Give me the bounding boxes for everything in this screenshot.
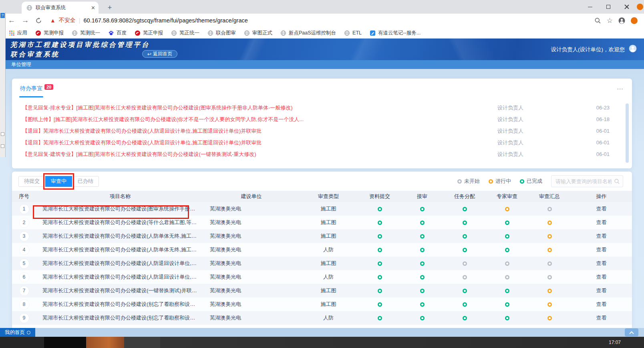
status-done-icon bbox=[463, 221, 467, 225]
back-icon[interactable]: ← bbox=[5, 16, 18, 25]
tab-审查中[interactable]: 审查中 bbox=[45, 176, 72, 187]
bookmark-item[interactable]: 新点PaaS运维控制台 bbox=[277, 28, 339, 38]
todo-item-person: 设计负责人 bbox=[497, 127, 590, 135]
project-name[interactable]: 芜湖市长江大桥投资建设有限公司办公楼建设(等什么君施工图,等什... bbox=[42, 219, 199, 226]
window-maximize-button[interactable] bbox=[599, 0, 618, 14]
project-name[interactable]: 芜湖市长江大桥投资建设有限公司办公楼建设(人防退回设计单位,施... bbox=[42, 260, 199, 267]
red-logo-icon bbox=[135, 30, 141, 36]
view-link[interactable]: 查看 bbox=[596, 287, 607, 293]
todo-item[interactable]: 【意见回复-排水专业】[施工图]芜湖市长江大桥投资建设有限公司办公楼建设(图审系… bbox=[22, 102, 610, 113]
bookmark-item[interactable]: 芜测统一 bbox=[68, 28, 103, 38]
view-link[interactable]: 查看 bbox=[596, 315, 607, 321]
project-name[interactable]: 芜湖市长江大桥投资建设有限公司办公楼建设(一键替换测试)并联审... bbox=[42, 287, 199, 294]
background-window-edge: ? bbox=[0, 12, 6, 157]
window-close-button[interactable] bbox=[618, 0, 636, 14]
security-label[interactable]: 不安全 bbox=[59, 17, 76, 24]
row-number-cell: 1 bbox=[12, 204, 36, 214]
bookmark-star-icon[interactable]: ☆ bbox=[607, 16, 613, 25]
todo-item[interactable]: 【意见回复-建筑专业】[施工图]芜湖市长江大桥投资建设有限公司办公楼建设(一键替… bbox=[22, 148, 610, 160]
bookmark-item[interactable]: 芜测申报 bbox=[32, 28, 67, 38]
search-icon[interactable] bbox=[614, 178, 620, 184]
forward-icon[interactable]: → bbox=[18, 16, 32, 25]
status-cell bbox=[401, 248, 443, 252]
view-link[interactable]: 查看 bbox=[596, 274, 607, 280]
status-cell bbox=[528, 275, 571, 279]
table-row: 2芜湖市长江大桥投资建设有限公司办公楼建设(等什么君施工图,等什...芜湖澳美光… bbox=[12, 216, 632, 229]
my-home-tab[interactable]: 我的首页 bbox=[0, 328, 35, 337]
view-link[interactable]: 查看 bbox=[596, 233, 607, 239]
todo-item-person: 设计负责人 bbox=[497, 104, 590, 111]
bookmark-item[interactable]: 审图正式 bbox=[241, 28, 276, 38]
todo-item-text[interactable]: 【退回】芜湖市长江大桥投资建设有限公司办公楼建设(人防退回设计单位,施工图退回设… bbox=[22, 139, 497, 146]
zoom-search-icon[interactable] bbox=[594, 17, 601, 24]
apps-grid-icon bbox=[9, 30, 15, 36]
project-name[interactable]: 芜湖市长江大桥投资建设有限公司办公楼建设(别忘了看勘察和设计... bbox=[42, 314, 199, 322]
view-link[interactable]: 查看 bbox=[596, 247, 607, 253]
system-title: 联合审查系统 bbox=[10, 50, 150, 59]
project-search bbox=[551, 175, 623, 187]
status-cell bbox=[443, 275, 486, 279]
todo-item-text[interactable]: 【意见回复-建筑专业】[施工图]芜湖市长江大桥投资建设有限公司办公楼建设(一键替… bbox=[22, 151, 497, 158]
status-pending-icon bbox=[463, 261, 467, 266]
status-done-icon bbox=[420, 234, 425, 239]
status-cell bbox=[443, 289, 486, 293]
todo-item[interactable]: 【退回】芜湖市长江大桥投资建设有限公司办公楼建设(人防退回设计单位,施工图退回设… bbox=[22, 137, 610, 148]
new-tab-button[interactable]: + bbox=[105, 3, 115, 13]
bookmark-item[interactable]: 应用 bbox=[6, 28, 30, 38]
project-search-input[interactable] bbox=[551, 176, 623, 187]
column-header: 接审 bbox=[401, 193, 443, 200]
todo-scrollbar[interactable] bbox=[626, 103, 629, 163]
url-text[interactable]: 60.167.58.69:8082/sgtscqy/frame/fui/page… bbox=[84, 17, 248, 24]
view-link[interactable]: 查看 bbox=[596, 260, 607, 266]
project-name[interactable]: 芜湖市长江大桥投资建设有限公司办公楼建设(别忘了看勘察和设计... bbox=[42, 301, 199, 308]
status-done-icon bbox=[420, 221, 425, 225]
user-avatar-icon[interactable] bbox=[629, 45, 637, 53]
browser-toolbar: ← → ▲ 不安全 | 60.167.58.69:8082/sgtscqy/fr… bbox=[0, 14, 644, 27]
app-brand: 芜湖市工程建设项目审批综合管理平台 联合审查系统 bbox=[10, 40, 150, 59]
view-link[interactable]: 查看 bbox=[596, 206, 607, 212]
red-logo-icon bbox=[35, 30, 41, 36]
todo-item[interactable]: 【图纸上传】[施工图]芜湖市长江大桥投资建设有限公司办公楼建设(你才不是一个没人… bbox=[22, 113, 610, 125]
todo-item[interactable]: 【退回】芜湖市长江大桥投资建设有限公司办公楼建设(人防退回设计单位,施工图退回设… bbox=[22, 125, 610, 137]
tab-已办结[interactable]: 已办结 bbox=[72, 176, 99, 187]
status-cell bbox=[358, 316, 401, 320]
tab-待提交[interactable]: 待提交 bbox=[18, 176, 45, 187]
bookmark-item[interactable]: 有道云笔记--服务... bbox=[366, 28, 424, 38]
review-type: 施工图 bbox=[298, 233, 358, 240]
address-bar[interactable]: ▲ 不安全 | 60.167.58.69:8082/sgtscqy/frame/… bbox=[50, 15, 594, 26]
window-minimize-button[interactable] bbox=[581, 0, 599, 14]
project-name[interactable]: 芜湖市长江大桥投资建设有限公司办公楼建设(图审系统操作手册人... bbox=[42, 205, 199, 212]
project-name[interactable]: 芜湖市长江大桥投资建设有限公司办公楼建设(人防退回设计单位,施... bbox=[42, 273, 199, 281]
status-cell bbox=[443, 261, 486, 266]
todo-item-text[interactable]: 【意见回复-排水专业】[施工图]芜湖市长江大桥投资建设有限公司办公楼建设(图审系… bbox=[22, 104, 497, 111]
bookmark-item[interactable]: ETL bbox=[341, 29, 365, 37]
review-type: 施工图 bbox=[298, 205, 358, 212]
todo-item-text[interactable]: 【退回】芜湖市长江大桥投资建设有限公司办公楼建设(人防退回设计单位,施工图退回设… bbox=[22, 127, 497, 135]
scroll-top-button[interactable] bbox=[625, 328, 638, 336]
profile-avatar-icon[interactable] bbox=[618, 17, 625, 24]
bookmark-item[interactable]: 芜正申报 bbox=[131, 28, 166, 38]
column-header: 资料提交 bbox=[358, 193, 401, 200]
more-icon[interactable]: ⋯ bbox=[617, 85, 624, 93]
reload-icon[interactable] bbox=[35, 17, 42, 24]
status-cell bbox=[401, 289, 443, 293]
extension-icon[interactable] bbox=[631, 17, 638, 24]
bookmark-item[interactable]: 百度 bbox=[105, 28, 130, 38]
bookmark-item[interactable]: 芜正统一 bbox=[168, 28, 203, 38]
browser-tab[interactable]: 联合审查系统 ✕ bbox=[22, 2, 99, 14]
todo-list: 【意见回复-排水专业】[施工图]芜湖市长江大桥投资建设有限公司办公楼建设(图审系… bbox=[12, 99, 632, 160]
back-home-button[interactable]: ↩ 返回首页 bbox=[142, 50, 177, 58]
project-name[interactable]: 芜湖市长江大桥投资建设有限公司办公楼建设(人防单体无终,施工图... bbox=[42, 246, 199, 253]
status-cell bbox=[358, 302, 401, 307]
row-number-cell: 2 bbox=[12, 218, 36, 227]
sub-nav: 单位管理 bbox=[0, 60, 644, 69]
todo-tab[interactable]: 待办事宜 bbox=[20, 85, 42, 92]
view-link[interactable]: 查看 bbox=[596, 219, 607, 225]
view-link[interactable]: 查看 bbox=[596, 301, 607, 307]
todo-item-text[interactable]: 【图纸上传】[施工图]芜湖市长江大桥投资建设有限公司办公楼建设(你才不是一个没人… bbox=[22, 116, 497, 123]
browser-update-icon[interactable] bbox=[637, 4, 643, 10]
bookmark-item[interactable]: 联合图审 bbox=[204, 28, 239, 38]
tab-close-icon[interactable]: ✕ bbox=[91, 5, 95, 11]
project-name[interactable]: 芜湖市长江大桥投资建设有限公司办公楼建设(人防单体无终,施工图... bbox=[42, 233, 199, 240]
status-done-icon bbox=[505, 234, 509, 239]
